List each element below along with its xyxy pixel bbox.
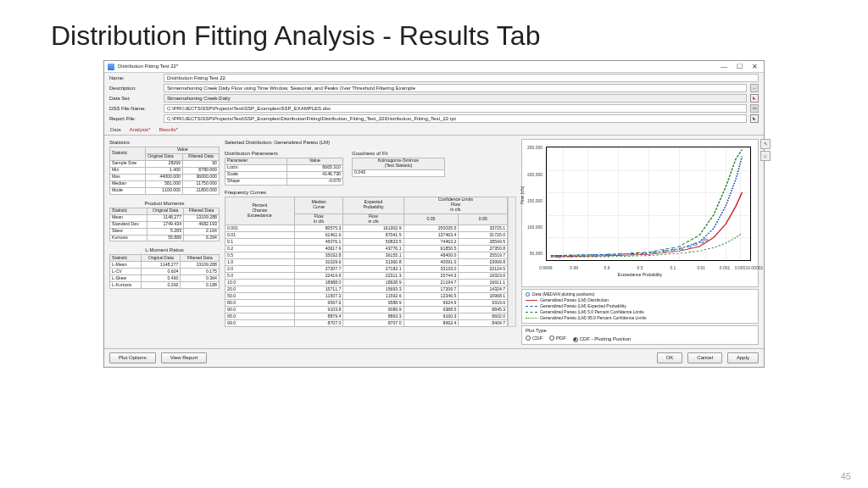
dataset-label: Data Set: (109, 96, 160, 102)
table-row: 80.09597.69588.99924.99319.6 (225, 300, 508, 307)
gof-table: Kolmogorov-Smirnov(Test Statistic) 0.043 (352, 158, 445, 177)
chart-pointer-tool-icon[interactable]: ↖ (760, 139, 771, 149)
plot-options-button[interactable]: Plot Options (109, 352, 156, 363)
table-row: Standard Dev1749.4344682.193 (110, 221, 220, 228)
table-row: 1.031029.631360.840091.023999.8 (225, 259, 508, 266)
table-row: Mode1100.00011800.000 (110, 187, 220, 194)
table-row: Median581.00011750.000 (110, 180, 220, 187)
plot-type-title: Plot Type (526, 328, 754, 334)
selected-dist-label: Selected Distribution: Generalized Paret… (225, 139, 516, 147)
statistics-title: Statistics (109, 139, 220, 147)
window-title: Distribution Fitting Test 22* (118, 64, 178, 69)
line-icon (526, 300, 537, 301)
titlebar: Distribution Fitting Test 22* — ☐ ✕ (104, 61, 764, 73)
chart-legend: Data (MEDIAN plotting positions) General… (521, 289, 759, 324)
maximize-button[interactable]: ☐ (733, 63, 745, 70)
freq-scrollbar[interactable] (508, 197, 516, 327)
frequency-chart: 250,000 200,000 150,000 100,000 50,000 F… (521, 139, 759, 287)
cancel-button[interactable]: Cancel (687, 352, 722, 363)
table-row: 90.09103.89089.99388.58845.3 (225, 307, 508, 313)
table-row: L-Skew0.4900.364 (110, 275, 220, 282)
table-row: 50.011507.311592.612346.510968.1 (225, 293, 508, 300)
plot-type-panel: Plot Type CDF PDF CDF - Plotting Positio… (521, 325, 759, 345)
frequency-table: PercentChanceExceedance MedianCurve Expe… (225, 197, 508, 327)
name-label: Name: (109, 75, 160, 81)
table-row: 95.08879.48863.39160.38602.0 (225, 313, 508, 320)
ok-button[interactable]: OK (657, 352, 683, 363)
dss-label: DSS File Name: (109, 106, 160, 112)
name-field[interactable]: Distribution Fitting Test 22 (164, 74, 759, 82)
table-row: 99.08707.08707.08992.48404.7 (225, 320, 508, 327)
freq-title: Frequency Curves (225, 189, 516, 197)
table-row: 0.00180575.3161302.9250035.533725.1 (225, 225, 508, 232)
app-window: Distribution Fitting Test 22* — ☐ ✕ Name… (103, 60, 765, 368)
table-row: 10.018988.018928.921194.716911.1 (225, 280, 508, 286)
table-row: Mean1148.27713109.288 (110, 214, 220, 221)
minimize-button[interactable]: — (718, 63, 730, 70)
description-expand-button[interactable]: … (750, 84, 759, 92)
view-report-button[interactable]: View Report (161, 352, 208, 363)
gof-title: Goodness of Fit (352, 150, 445, 158)
table-row: L-CV0.6040.175 (110, 269, 220, 275)
table-row: Shape-0.070 (225, 178, 343, 185)
report-plot-icon[interactable]: ◣ (750, 114, 759, 123)
table-row: Scale4146.730 (225, 171, 343, 178)
table-row: 2.027207.727182.133133.022124.5 (225, 266, 508, 273)
dist-params-title: Distribution Parameters (225, 150, 343, 158)
table-row: Min1.4008780.000 (110, 167, 220, 174)
plot-area[interactable] (546, 147, 751, 261)
lmoment-table: Statistic Original Data Filtered Data L-… (109, 254, 220, 289)
moments-title: Product Moments (109, 200, 220, 208)
y-axis-label: Flow (cfs) (520, 186, 526, 204)
lmoment-title: L-Moment Ratios (109, 247, 220, 254)
table-row: 0.0161461.687041.5137463.431720.0 (225, 232, 508, 239)
line-icon (526, 306, 537, 307)
table-row: Sample Size2826990 (110, 160, 220, 167)
radio-cdf-plotting[interactable]: CDF - Plotting Position (573, 336, 632, 342)
tab-data[interactable]: Data (109, 125, 122, 135)
description-label: Description: (109, 86, 160, 92)
slide-title: Distribution Fitting Analysis - Results … (0, 0, 868, 60)
report-label: Report File: (109, 116, 160, 122)
statistics-table: Statistic Value Original Data Filtered D… (109, 147, 220, 195)
line-icon (526, 312, 537, 313)
table-row: 20.015711.715693.317209.714324.7 (225, 286, 508, 293)
tab-results[interactable]: Results* (158, 125, 178, 135)
marker-icon (526, 292, 530, 297)
table-row: 5.022419.922311.325744.319323.0 (225, 273, 508, 280)
page-number: 45 (841, 471, 851, 481)
value-header: Value (146, 147, 220, 153)
description-field[interactable]: Sinnemahoning Creek Daily Flow using Tim… (164, 84, 747, 92)
radio-pdf[interactable]: PDF (549, 336, 566, 341)
dss-browse-button[interactable]: ▭ (750, 104, 759, 113)
apply-button[interactable]: Apply (727, 352, 759, 363)
table-row: 0.535032.836155.148400.025519.7 (225, 252, 508, 259)
moments-table: Statistic Original Data Filtered Data Me… (109, 208, 220, 242)
stat-header: Statistic (110, 147, 146, 160)
app-icon (108, 64, 114, 70)
report-field[interactable]: C:\PROJECTS\SSP\Projects\Test\SSP_Exampl… (164, 114, 747, 123)
table-row: 0.145076.150823.574463.228549.5 (225, 239, 508, 246)
close-button[interactable]: ✕ (748, 63, 760, 70)
dataset-plot-icon[interactable]: ◣ (750, 94, 759, 103)
svg-point-15 (704, 239, 707, 241)
radio-cdf[interactable]: CDF (526, 336, 542, 341)
tab-analysis[interactable]: Analysis* (129, 125, 152, 135)
footer: Plot Options View Report OK Cancel Apply (104, 348, 764, 367)
x-axis-label: Exceedance Probability (618, 273, 662, 278)
dataset-field[interactable]: Sinnemahoning Creek-Daily (164, 94, 747, 103)
tabs: Data Analysis* Results* (104, 124, 764, 136)
table-row: Skew5.2832.164 (110, 228, 220, 235)
chart-zoom-tool-icon[interactable]: ⌕ (760, 151, 771, 161)
dist-params-table: Parameter Value Loctn8665.310Scale4146.7… (225, 158, 343, 186)
table-row: Loctn8665.310 (225, 164, 343, 171)
table-row: Max44000.00036000.000 (110, 174, 220, 180)
dss-field[interactable]: C:\PROJECTS\SSP\Projects\Test\SSP_Exampl… (164, 104, 747, 113)
table-row: 0.240617.943776.161850.527350.8 (225, 246, 508, 252)
table-row: Kurtosis55.8896.294 (110, 235, 220, 241)
line-icon (526, 318, 537, 319)
table-row: L-Kurtosis0.2920.188 (110, 282, 220, 289)
table-row: L-Mean1148.27713109.288 (110, 262, 220, 269)
